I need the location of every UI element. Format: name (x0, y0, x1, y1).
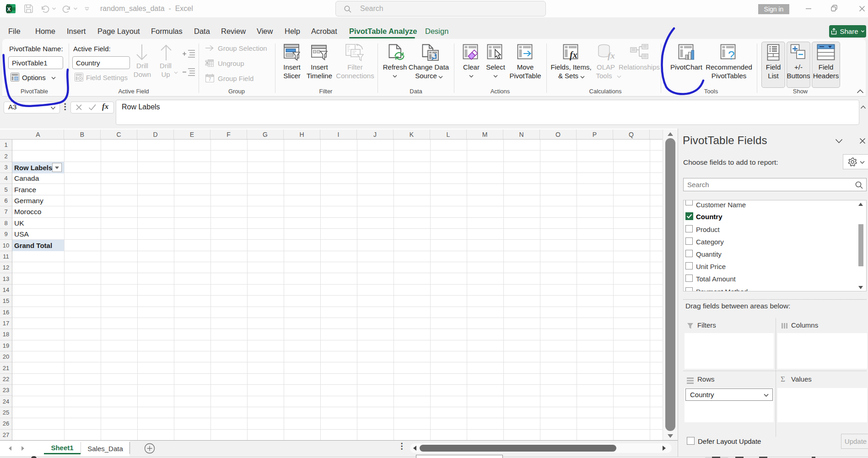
svg-text:fx: fx (570, 50, 577, 60)
svg-text:fx: fx (608, 51, 615, 60)
svg-text:?: ? (728, 48, 734, 62)
svg-text:X: X (7, 6, 11, 12)
svg-text:7: 7 (208, 76, 211, 82)
